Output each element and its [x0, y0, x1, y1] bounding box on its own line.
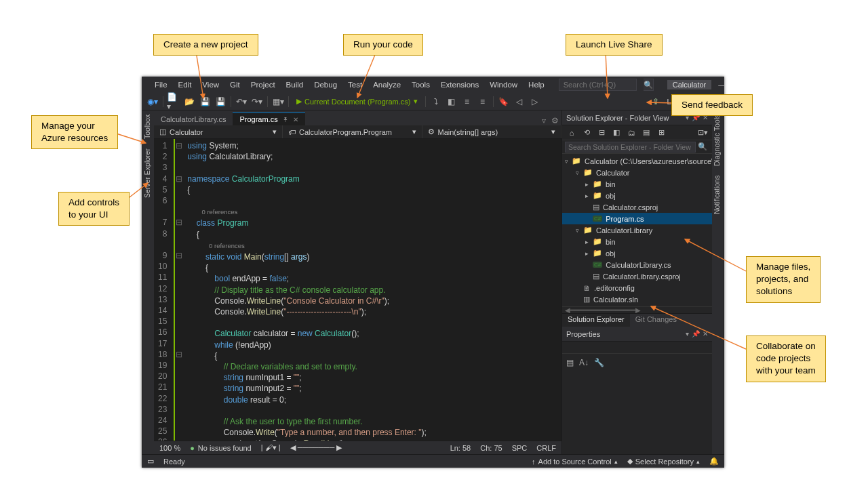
props-pin-icon[interactable]: 📌 [692, 330, 700, 338]
callout-new-project: Create a new project [153, 34, 258, 56]
callout-azure: Manage your Azure resources [31, 115, 118, 149]
new-project-button[interactable]: 📄▾ [167, 95, 180, 108]
search-input[interactable] [559, 79, 637, 91]
tab-close-icon[interactable]: ✕ [293, 116, 298, 123]
cursor-line: Ln: 58 [450, 444, 471, 452]
menu-tools[interactable]: Tools [410, 79, 432, 90]
menu-build[interactable]: Build [284, 79, 306, 90]
breakpoint-icon[interactable]: ◧ [445, 95, 458, 108]
tab-program-active[interactable]: Program.cs🖈✕ [233, 113, 304, 125]
categorize-icon[interactable]: ▤ [566, 358, 574, 367]
bookmark-icon[interactable]: 🔖 [497, 95, 511, 108]
save-all-button[interactable]: 💾 [214, 95, 227, 108]
code-editor[interactable]: 1 2 3 4 5 6 7 8 9 10 11 12 13 14 15 16 1… [154, 139, 561, 441]
solution-name: Calculator [667, 80, 712, 89]
tab-git-changes[interactable]: Git Changes [630, 314, 682, 327]
left-sidebar-tabs: Server Explorer Toolbox [142, 110, 154, 454]
properties-panel: Properties▾📌✕ ▤ A↓ 🔧 [562, 327, 712, 454]
right-tabs: Solution Explorer Git Changes [562, 313, 712, 327]
props-close-icon[interactable]: ✕ [703, 330, 708, 338]
switch-view-icon[interactable]: ⊞ [656, 128, 667, 137]
collapse-icon[interactable]: ⊟ [596, 128, 607, 137]
redo-button[interactable]: ↷▾ [250, 95, 264, 108]
solution-search-input[interactable] [565, 142, 696, 152]
fold-gutter[interactable]: ⊟ ⊟ ⊟ ⊟ ⊟ ⊟ [175, 139, 183, 441]
start-target-label: Current Document (Program.cs) [304, 98, 411, 106]
diagnostic-tools-tab[interactable]: Diagnostic Tools [713, 115, 723, 166]
props-dropdown-icon[interactable]: ▾ [686, 330, 689, 338]
notifications-tab[interactable]: Notifications [713, 176, 723, 214]
callout-toolbox: Add controls to your UI [58, 192, 130, 226]
select-repository-button[interactable]: ◆ Select Repository ▴ [627, 457, 700, 466]
nav-back-icon[interactable]: ◉▾ [146, 95, 159, 108]
line-ending[interactable]: CRLF [536, 444, 556, 452]
code-content: using System; using CalculatorLibrary; n… [183, 139, 561, 441]
home-icon[interactable]: ⌂ [566, 129, 577, 137]
callout-run-code: Run your code [343, 34, 423, 56]
menu-extensions[interactable]: Extensions [439, 79, 481, 90]
alpha-icon[interactable]: A↓ [579, 358, 589, 367]
indent-mode[interactable]: SPC [512, 444, 528, 452]
nav-member[interactable]: ⚙ Main(string[] args) ▾ [422, 125, 562, 138]
status-ready: Ready [163, 458, 185, 466]
zoom-level[interactable]: 100 % [159, 444, 180, 452]
add-source-control-button[interactable]: ↑ Add to Source Control ▴ [532, 458, 618, 466]
error-indicator[interactable]: ● No issues found [190, 444, 252, 452]
live-share-icon[interactable]: ⇪ [649, 95, 663, 108]
document-tabs: CalculatorLibrary.cs Program.cs🖈✕ ▿ ⚙ [154, 110, 561, 125]
callout-manage-files: Manage files, projects, and solutions [746, 256, 821, 303]
right-sidebar-tabs: Notifications Diagnostic Tools [712, 110, 724, 454]
indent-right-icon[interactable]: ≡ [476, 95, 490, 108]
menu-help[interactable]: Help [526, 79, 547, 90]
menu-edit[interactable]: Edit [176, 79, 194, 90]
search-icon[interactable]: 🔍 [696, 142, 709, 151]
minimize-button[interactable]: — [718, 81, 724, 89]
search-button[interactable]: 🔍 [644, 79, 654, 91]
tab-pin-icon[interactable]: 🖈 [282, 116, 289, 123]
server-explorer-tab[interactable]: Server Explorer [143, 148, 153, 198]
tab-calculatorlibrary[interactable]: CalculatorLibrary.cs [154, 113, 233, 125]
menu-test[interactable]: Test [346, 79, 364, 90]
refresh-icon[interactable]: 🗂 [626, 129, 637, 137]
save-button[interactable]: 💾 [198, 95, 212, 108]
solution-explorer-toolbar: ⌂ ⟲ ⊟ ◧ 🗂 ▤ ⊞ ⊡▾ [562, 125, 712, 140]
nav-project[interactable]: ◫ Calculator ▾ [154, 125, 283, 138]
status-bar: ▭ Ready ↑ Add to Source Control ▴ ◆ Sele… [142, 454, 724, 468]
menu-analyze[interactable]: Analyze [371, 79, 403, 90]
tab-solution-explorer[interactable]: Solution Explorer [562, 314, 630, 327]
line-number-gutter: 1 2 3 4 5 6 7 8 9 10 11 12 13 14 15 16 1… [154, 139, 175, 441]
prop-wrench-icon[interactable]: 🔧 [594, 358, 604, 367]
bookmark-next-icon[interactable]: ▷ [528, 95, 542, 108]
navigation-bar: ◫ Calculator ▾ 🏷 CalculatorProgram.Progr… [154, 125, 561, 139]
menu-window[interactable]: Window [488, 79, 519, 90]
menu-debug[interactable]: Debug [312, 79, 339, 90]
sync-icon[interactable]: ⟲ [581, 128, 592, 137]
visual-studio-window: File Edit View Git Project Build Debug T… [142, 77, 724, 468]
callout-git: Collaborate on code projects with your t… [746, 336, 826, 382]
menu-file[interactable]: File [153, 79, 170, 90]
step-icon[interactable]: ⤵ [429, 95, 443, 108]
settings-icon[interactable]: ⚙ [549, 116, 561, 125]
start-debug-button[interactable]: ▶Current Document (Program.cs)▾ [292, 97, 422, 106]
indent-left-icon[interactable]: ≡ [460, 95, 474, 108]
menu-view[interactable]: View [200, 79, 221, 90]
editor-status-bar: 100 % ● No issues found | 🖌▾ | ◀ ───────… [154, 441, 561, 454]
config-dropdown[interactable]: ▦▾ [271, 95, 285, 108]
nav-class[interactable]: 🏷 CalculatorProgram.Program ▾ [283, 125, 422, 138]
showall-icon[interactable]: ◧ [611, 128, 622, 137]
view-icon[interactable]: ⊡▾ [697, 128, 708, 137]
tree-selected-program[interactable]: C#Program.cs [562, 213, 712, 224]
output-icon[interactable]: ▭ [147, 457, 154, 466]
properties-icon[interactable]: ▤ [641, 128, 652, 137]
open-button[interactable]: 📂 [182, 95, 196, 108]
preview-icon[interactable]: ▿ [539, 116, 549, 125]
toolbox-tab[interactable]: Toolbox [143, 115, 153, 139]
menu-project[interactable]: Project [249, 79, 277, 90]
undo-button[interactable]: ↶▾ [235, 95, 248, 108]
bookmark-prev-icon[interactable]: ◁ [513, 95, 526, 108]
menu-git[interactable]: Git [228, 79, 242, 90]
notifications-icon[interactable]: 🔔 [709, 457, 719, 466]
solution-explorer-search: 🔍 [562, 140, 712, 154]
callout-send-feedback: Send feedback [671, 94, 753, 116]
solution-tree[interactable]: ▿📁Calculator (C:\Users\azureuser\source\… [562, 154, 712, 306]
